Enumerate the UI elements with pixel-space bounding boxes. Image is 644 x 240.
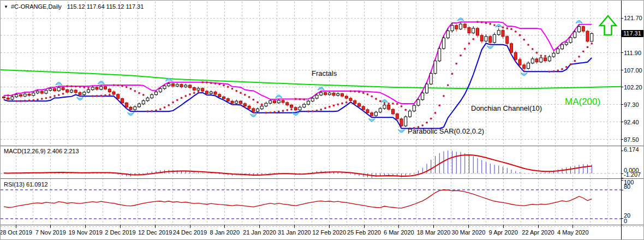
date-axis-label: 19 Nov 2019 (68, 229, 102, 236)
date-axis-label: 22 Apr 2020 (522, 229, 554, 236)
date-axis-label: 2 Dec 2019 (105, 229, 135, 236)
price-axis-label: 102.20 (624, 84, 642, 91)
price-axis-label: 111.90 (624, 50, 641, 56)
price-axis-label: 87.50 (624, 136, 639, 143)
date-axis-label: 12 Feb 2020 (312, 229, 346, 236)
price-axis-label: 121.70 (624, 15, 642, 21)
rsi-panel (1, 190, 621, 219)
fractals-label[interactable]: Fractals (312, 69, 337, 77)
date-axis-label: 8 Jan 2020 (210, 229, 240, 236)
macd-axis-label: -1.207 (624, 171, 641, 178)
date-axis-label: 18 Mar 2020 (417, 229, 451, 236)
price-axis-label: 97.30 (624, 101, 639, 108)
up-arrow-object[interactable] (600, 16, 616, 35)
date-axis-label: 7 Nov 2019 (35, 229, 66, 236)
rsi-panel-label: RSI(13) 61.0912 (4, 181, 48, 188)
date-axis-label: 31 Jan 2020 (278, 229, 311, 236)
date-axis-label: 24 Dec 2019 (173, 229, 207, 236)
date-axis-label: 25 Feb 2020 (347, 229, 381, 236)
macd-panel-label: MACD(12,26,9) 2.406 2.213 (4, 148, 79, 154)
grid (1, 2, 621, 225)
rsi-axis-label: 80 (624, 183, 630, 190)
date-axis-label: 12 Dec 2019 (138, 229, 172, 236)
date-axis: 28 Oct 20197 Nov 201919 Nov 20192 Dec 20… (1, 229, 644, 240)
ohlc-readout: 115.12 117.64 115.12 117.31 (67, 3, 144, 10)
psar-dots (7, 21, 593, 129)
ma200-label[interactable]: MA(200) (565, 97, 600, 107)
symbol-dropdown-arrow[interactable]: ▼ (4, 4, 8, 9)
symbol-period-label: #C-ORANGE,Daily (11, 3, 62, 10)
chart-window: ▼#C-ORANGE,Daily115.12 117.64 115.12 117… (0, 0, 644, 240)
price-axis-label: 92.40 (624, 119, 639, 125)
donchian-label[interactable]: Donchian Channel(10) (471, 104, 542, 112)
date-axis-label: 21 Jan 2020 (243, 229, 276, 236)
chart-canvas[interactable] (1, 1, 644, 240)
price-axis-label: 107.00 (624, 67, 642, 74)
date-axis-label: 30 Mar 2020 (452, 229, 486, 236)
parabolic-sar-label[interactable]: Parabolic SAR(0.02,0.2) (408, 127, 484, 135)
date-axis-label: 6 Mar 2020 (384, 229, 414, 236)
date-axis-label: 28 Oct 2019 (0, 229, 32, 236)
rsi-axis-label: 0 (624, 218, 627, 224)
date-axis-label: 9 Apr 2020 (489, 229, 518, 236)
macd-axis-label: 6.174 (624, 146, 639, 153)
date-axis-label: 4 May 2020 (557, 229, 588, 236)
current-price-badge: 117.31 (622, 30, 644, 37)
chart-title: ▼#C-ORANGE,Daily115.12 117.64 115.12 117… (4, 3, 144, 10)
